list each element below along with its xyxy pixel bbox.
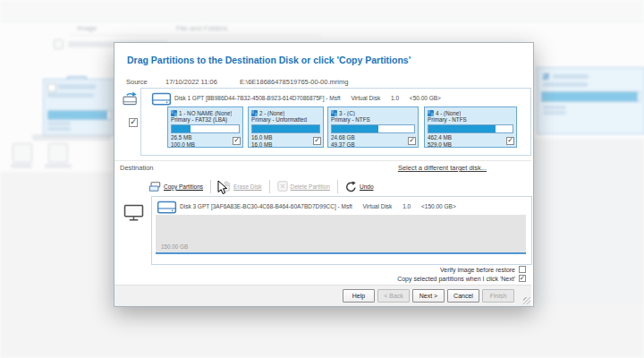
partition-checkbox[interactable]: ✓ <box>233 137 241 145</box>
partition-fs: Primary - NTFS <box>331 116 415 124</box>
destination-disk-name: Disk 3 GPT [3AF6A83E-BC30-4C68-B464-60A7… <box>180 203 352 209</box>
partition-fs: Primary - FAT32 (LBA) <box>171 116 240 124</box>
restore-disk-icon <box>123 90 140 107</box>
partition-total: 529.0 MB <box>428 141 513 149</box>
partition-usage-bar <box>331 124 415 133</box>
destination-disk-type: Virtual Disk <box>363 203 393 209</box>
source-partitions: 1 - NO NAME (None) Primary - FAT32 (LBA)… <box>167 107 517 149</box>
finish-button[interactable]: Finish <box>482 289 514 303</box>
mouse-cursor <box>217 180 228 196</box>
partition-name: 4 - (None) <box>436 110 461 116</box>
partition-fs: Primary - NTFS <box>428 116 513 124</box>
partition-icon <box>331 110 337 116</box>
copy-selected-option: Copy selected partitions when I click 'N… <box>397 274 526 283</box>
destination-disk-version: 1.0 <box>402 203 411 209</box>
cancel-button[interactable]: Cancel <box>447 289 479 303</box>
next-button[interactable]: Next > <box>412 289 445 303</box>
toolbar-separator <box>337 180 338 193</box>
destination-label: Destination <box>120 164 154 172</box>
help-button[interactable]: Help <box>343 289 375 303</box>
partition-checkbox[interactable]: ✓ <box>408 137 416 145</box>
partition-usage-bar <box>171 124 240 133</box>
source-partition-4[interactable]: 4 - (None) Primary - NTFS 462.4 MB529.0 … <box>424 107 517 148</box>
partition-total: 49.37 GB <box>331 141 415 149</box>
partition-fs: Primary - Unformatted <box>251 116 320 124</box>
partition-checkbox[interactable]: ✓ <box>313 137 321 145</box>
partition-used: 24.68 GB <box>331 134 415 141</box>
source-disk-name: Disk 1 GPT [8B986D44-7B32-4508-B923-614D… <box>174 95 341 101</box>
verify-image-checkbox[interactable] <box>519 266 526 273</box>
partition-icon <box>171 110 177 116</box>
partition-usage-bar <box>251 124 320 133</box>
partition-checkbox[interactable]: ✓ <box>506 137 514 145</box>
disk-icon <box>157 200 177 215</box>
delete-partition-icon <box>277 181 288 192</box>
source-partition-1[interactable]: 1 - NO NAME (None) Primary - FAT32 (LBA)… <box>167 107 243 148</box>
source-disk-header: Disk 1 GPT [8B986D44-7B32-4508-B923-614D… <box>174 95 450 101</box>
partition-name: 2 - (None) <box>259 110 284 116</box>
partition-used: 462.4 MB <box>428 134 513 141</box>
source-timestamp: 17/10/2022 11:06 <box>165 78 217 86</box>
verify-image-option: Verify image before restore <box>440 265 526 274</box>
section-divider <box>114 160 531 161</box>
verify-image-label: Verify image before restore <box>440 267 515 273</box>
source-disk-type: Virtual Disk <box>351 95 380 101</box>
delete-partition-button[interactable]: Delete Partition <box>277 181 330 192</box>
toolbar-separator <box>210 180 211 193</box>
partition-total: 100.0 MB <box>171 141 240 149</box>
destination-unallocated-space[interactable]: 150.00 GB <box>156 215 526 254</box>
copy-partitions-button[interactable]: Copy Partitions <box>148 181 203 192</box>
source-disk-checkbox[interactable]: ✓ <box>129 118 138 127</box>
destination-toolbar: Copy Partitions Erase Disk Delete Partit… <box>148 177 374 195</box>
copy-partitions-icon <box>148 181 161 192</box>
dialog-title: Drag Partitions to the Destination Disk … <box>127 55 411 65</box>
undo-button[interactable]: Undo <box>345 181 374 192</box>
partition-used: 16.0 MB <box>251 134 320 141</box>
partition-usage-bar <box>428 124 513 133</box>
source-partition-3[interactable]: 3 - (C) Primary - NTFS 24.68 GB49.37 GB … <box>327 107 419 148</box>
partition-name: 1 - NO NAME (None) <box>179 110 232 116</box>
partition-used: 26.5 MB <box>171 134 240 141</box>
partition-name: 3 - (C) <box>339 110 355 116</box>
restore-wizard-dialog: Drag Partitions to the Destination Disk … <box>114 42 534 307</box>
partition-icon <box>251 110 258 116</box>
source-label: Source <box>126 78 148 86</box>
toolbar-separator <box>269 180 270 193</box>
source-disk-version: 1.0 <box>391 95 399 101</box>
destination-disk-capacity: <150.00 GB> <box>421 203 456 209</box>
screen: Image File and Folders <box>0 0 644 358</box>
copy-selected-label: Copy selected partitions when I click 'N… <box>397 276 515 282</box>
disk-icon <box>151 92 172 107</box>
undo-icon <box>345 181 357 192</box>
monitor-icon <box>123 204 144 221</box>
source-partition-2[interactable]: 2 - (None) Primary - Unformatted 16.0 MB… <box>248 107 324 148</box>
unallocated-size: 150.00 GB <box>161 243 188 250</box>
destination-disk-header: Disk 3 GPT [3AF6A83E-BC30-4C68-B464-60A7… <box>180 203 465 209</box>
source-disk-capacity: <50.00 GB> <box>410 95 441 101</box>
back-button[interactable]: < Back <box>377 289 410 303</box>
source-image-file: E:\6E18686478519765-00-00.mrimg <box>240 78 348 86</box>
copy-selected-checkbox[interactable]: ✓ <box>519 275 526 282</box>
resize-grip[interactable] <box>523 297 530 304</box>
select-target-disk-link[interactable]: Select a different target disk... <box>398 164 487 172</box>
partition-total: 16.0 MB <box>251 141 320 149</box>
partition-icon <box>428 110 434 116</box>
